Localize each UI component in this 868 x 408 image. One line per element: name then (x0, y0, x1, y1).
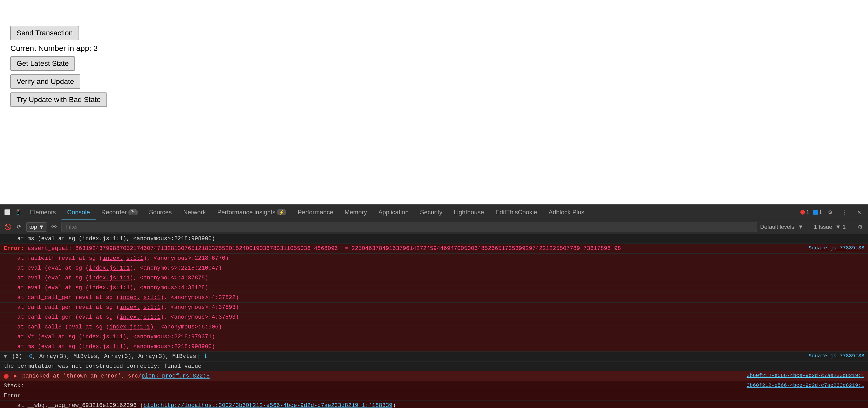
console-settings-icon[interactable]: ⚙ (856, 223, 864, 231)
tab-network[interactable]: Network (178, 205, 212, 220)
get-latest-state-button[interactable]: Get Latest State (10, 56, 75, 71)
console-line: at eval (eval at sg (index.js:1:1), <ano… (0, 273, 868, 283)
send-transaction-button[interactable]: Send Transaction (10, 26, 79, 40)
clear-console-icon[interactable]: 🚫 (4, 223, 12, 231)
console-filter-input[interactable] (61, 222, 757, 232)
console-stack-content: Error (0, 391, 868, 401)
console-stack-header: Stack: 3b60f212-e566-4bce-9d2d-c7ae233d8… (0, 381, 868, 391)
console-text: Error: assert_equal: 8631924379988705217… (4, 244, 803, 253)
tab-sources[interactable]: Sources (144, 205, 178, 220)
tab-editthiscookie[interactable]: EditThisCookie (490, 205, 543, 220)
tab-adblock[interactable]: Adblock Plus (543, 205, 590, 220)
console-line: at failwith (eval at sg (index.js:1:1), … (0, 254, 868, 263)
tab-memory[interactable]: Memory (339, 205, 373, 220)
console-line: ▼ (6) [0, Array(3), MlBytes, Array(3), A… (0, 352, 868, 362)
blue-warning-icon (813, 210, 817, 215)
console-source-link[interactable]: 3b60f212-e566-4bce-9d2d-c7ae233d8219:1 (747, 372, 864, 380)
close-devtools-icon[interactable]: ✕ (855, 208, 864, 217)
console-line: at caml_call_gen (eval at sg (index.js:1… (0, 312, 868, 322)
console-line: at ms (eval at sg (index.js:1:1), <anony… (0, 234, 868, 244)
current-number-label: Current Number in app: 3 (10, 44, 858, 53)
tab-lighthouse[interactable]: Lighthouse (448, 205, 490, 220)
eye-icon[interactable]: 👁 (50, 223, 58, 231)
console-line: at eval (eval at sg (index.js:1:1), <ano… (0, 283, 868, 293)
console-toolbar: 🚫 ⟳ top ▼ 👁 Default levels ▼ 1 Issue: ▼ … (0, 220, 868, 234)
console-toolbar-right: Default levels ▼ 1 Issue: ▼ 1 ⚙ (760, 223, 864, 231)
tab-application[interactable]: Application (373, 205, 414, 220)
devtools-tabs-bar: ⬜ 📱 Elements Console Recorder 🎬 Sources … (0, 205, 868, 220)
console-line: at caml_call3 (eval at sg (index.js:1:1)… (0, 322, 868, 332)
console-text: at ms (eval at sg (index.js:1:1), <anony… (4, 342, 864, 351)
console-line: at Vt (eval at sg (index.js:1:1), <anony… (0, 332, 868, 342)
console-text: ▼ (6) [0, Array(3), MlBytes, Array(3), A… (4, 352, 803, 361)
top-frame-label: top (29, 224, 37, 230)
warning-badge: 1 (813, 209, 822, 216)
console-source-link[interactable]: Square.js:77839:38 (809, 352, 864, 360)
console-line: at caml_call_gen (eval at sg (index.js:1… (0, 303, 868, 312)
devtools-topbar-right: 1 1 ⚙ ⋮ ✕ (800, 208, 866, 217)
console-text: at __wbg.__wbg_new_693216e109162396 (blo… (4, 401, 864, 408)
verify-update-button[interactable]: Verify and Update (10, 74, 80, 89)
tab-console[interactable]: Console (61, 205, 96, 220)
console-error-line: Error: assert_equal: 8631924379988705217… (0, 244, 868, 254)
tab-elements[interactable]: Elements (24, 205, 61, 220)
console-source-link[interactable]: Square.js:77839:38 (809, 244, 864, 252)
recorder-badge: 🎬 (128, 209, 138, 215)
tab-performance[interactable]: Performance (292, 205, 339, 220)
app-area: Send Transaction Current Number in app: … (0, 0, 868, 204)
settings-icon[interactable]: ⚙ (826, 208, 835, 217)
error-badge: 1 (800, 209, 809, 216)
console-line: the permutation was not constructed corr… (0, 362, 868, 371)
console-panic-line: ⬤ ▶ panicked at 'thrown an error', src/p… (0, 371, 868, 381)
tab-security[interactable]: Security (414, 205, 448, 220)
devtools-device-icon[interactable]: 📱 (13, 208, 23, 217)
console-line: at ms (eval at sg (index.js:1:1), <anony… (0, 342, 868, 352)
console-line: at eval (eval at sg (index.js:1:1), <ano… (0, 263, 868, 273)
console-text: at eval (eval at sg (index.js:1:1), <ano… (4, 274, 864, 282)
console-output: at ms (eval at sg (index.js:1:1), <anony… (0, 234, 868, 408)
default-levels-chevron: ▼ (798, 224, 803, 230)
console-text: at caml_call_gen (eval at sg (index.js:1… (4, 303, 864, 312)
console-text: at Vt (eval at sg (index.js:1:1), <anony… (4, 333, 864, 341)
console-text: Error (4, 391, 864, 400)
default-levels-label[interactable]: Default levels (760, 224, 794, 230)
perf-badge: ⚡ (277, 209, 286, 215)
console-text: at caml_call_gen (eval at sg (index.js:1… (4, 313, 864, 321)
tab-performance-insights[interactable]: Performance insights ⚡ (212, 205, 292, 220)
app-content: Send Transaction Current Number in app: … (8, 23, 860, 113)
console-text: at ms (eval at sg (index.js:1:1), <anony… (4, 234, 864, 243)
red-error-icon (800, 210, 805, 215)
console-text: the permutation was not constructed corr… (4, 362, 864, 371)
console-source-link[interactable]: 3b60f212-e566-4bce-9d2d-c7ae233d8219:1 (747, 382, 864, 389)
console-text: at failwith (eval at sg (index.js:1:1), … (4, 254, 864, 262)
console-text: at caml_call_gen (eval at sg (index.js:1… (4, 293, 864, 302)
top-frame-chevron: ▼ (39, 224, 44, 230)
console-text: at eval (eval at sg (index.js:1:1), <ano… (4, 284, 864, 292)
console-stack-line: at __wbg.__wbg_new_693216e109162396 (blo… (0, 401, 868, 408)
more-options-icon[interactable]: ⋮ (840, 208, 849, 217)
console-text: at eval (eval at sg (index.js:1:1), <ano… (4, 264, 864, 273)
try-update-bad-button[interactable]: Try Update with Bad State (10, 92, 107, 107)
tab-recorder[interactable]: Recorder 🎬 (96, 205, 144, 220)
issues-label: 1 Issue: ▼ 1 (814, 224, 845, 230)
console-text: ⬤ ▶ panicked at 'thrown an error', src/p… (4, 372, 741, 380)
devtools-panel: ⬜ 📱 Elements Console Recorder 🎬 Sources … (0, 204, 868, 408)
console-text: at caml_call3 (eval at sg (index.js:1:1)… (4, 323, 864, 331)
filter-icon[interactable]: ⟳ (15, 223, 23, 231)
devtools-inspect-icon[interactable]: ⬜ (3, 208, 12, 217)
top-frame-selector[interactable]: top ▼ (26, 222, 47, 232)
console-text: Stack: (4, 382, 741, 390)
blob-link[interactable]: blob:http://localhost:3002/3b60f212-e566… (144, 402, 393, 408)
console-line: at caml_call_gen (eval at sg (index.js:1… (0, 293, 868, 303)
